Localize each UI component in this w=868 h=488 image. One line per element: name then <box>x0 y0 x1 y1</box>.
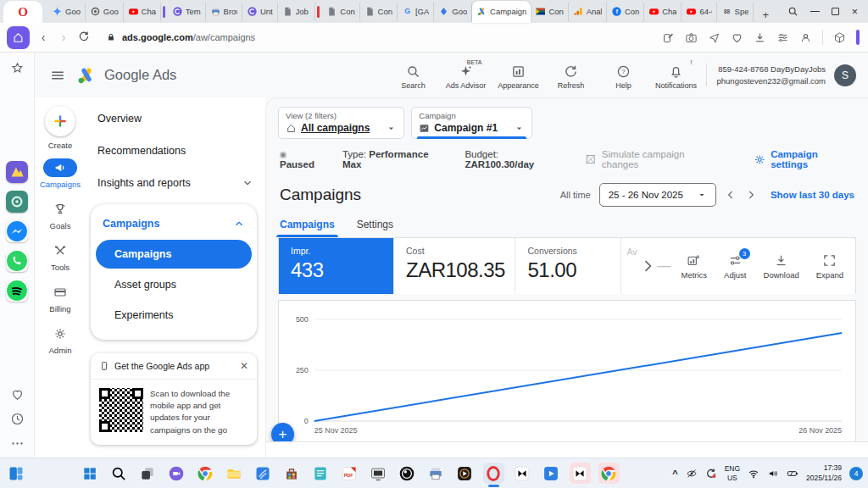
date-range-picker[interactable]: 25 - 26 Nov 2025 <box>599 183 716 207</box>
more-dots-icon[interactable] <box>10 436 25 451</box>
easy-setup-icon[interactable] <box>776 31 789 44</box>
subnav-experiments[interactable]: Experiments <box>96 301 252 330</box>
close-button[interactable]: × <box>851 6 858 17</box>
extension-cube-icon[interactable] <box>833 31 846 44</box>
notification-count-badge[interactable]: 4 <box>849 467 863 480</box>
hamburger-menu-icon[interactable] <box>50 68 65 83</box>
subnav-recommendations[interactable]: Recommendations <box>86 135 265 167</box>
tab-analytics[interactable]: Analy <box>569 3 607 21</box>
tab-google-gemini[interactable]: Goog <box>47 3 86 21</box>
tab-google-2[interactable]: Goog <box>434 3 472 21</box>
table-columns-icon[interactable] <box>519 446 530 458</box>
new-tab-button[interactable]: + <box>757 6 774 23</box>
taskbar-search[interactable] <box>108 463 130 484</box>
tab-campaign[interactable]: Campaign <box>472 1 531 23</box>
campaign-settings-button[interactable]: Campaign settings <box>754 149 854 169</box>
taskbar-task-view[interactable] <box>137 463 159 484</box>
next-range-chevron[interactable] <box>745 189 757 201</box>
sidebar-whatsapp[interactable] <box>6 250 28 272</box>
taskbar-app-blue[interactable] <box>253 463 274 484</box>
tab-conn-3[interactable]: Conn <box>531 3 568 21</box>
scorecard-cost[interactable]: Cost ZAR108.35 <box>394 238 515 294</box>
speed-dial-icon[interactable] <box>10 61 25 75</box>
content-tab-settings[interactable]: Settings <box>357 219 393 237</box>
avatar[interactable]: S <box>834 64 856 86</box>
promo-close-icon[interactable]: ✕ <box>240 360 248 372</box>
snapshot-icon[interactable] <box>685 31 698 44</box>
taskbar-movies[interactable] <box>541 463 562 484</box>
taskbar-capcut-2[interactable] <box>570 463 591 484</box>
scorecard-conversions[interactable]: Conversions 51.00 <box>515 238 621 294</box>
header-refresh[interactable]: Refresh <box>547 61 596 90</box>
metrics-button[interactable]: Metrics <box>681 253 707 280</box>
subnav-overview[interactable]: Overview <box>86 103 265 135</box>
tab-job-l[interactable]: Job L <box>278 3 316 21</box>
tab-untitled[interactable]: Untit <box>242 3 278 21</box>
taskbar-widgets[interactable] <box>5 463 26 484</box>
show-last-30-link[interactable]: Show last 30 days <box>771 190 854 200</box>
nav-campaigns[interactable]: Campaigns <box>40 158 81 189</box>
campaigns-group-header[interactable]: Campaigns <box>91 209 257 238</box>
taskbar-chrome[interactable] <box>195 463 216 484</box>
taskbar-clock[interactable]: 17:39 2025/11/26 <box>806 463 842 482</box>
taskbar-tv[interactable] <box>368 463 389 484</box>
scorecard-overflow[interactable]: Av — <box>621 238 681 294</box>
tab-ga4[interactable]: G [GA4 <box>398 3 434 21</box>
subnav-campaigns[interactable]: Campaigns <box>96 240 252 269</box>
header-appearance[interactable]: Appearance <box>494 61 543 90</box>
wifi-icon[interactable] <box>748 468 760 480</box>
edit-page-icon[interactable] <box>662 31 675 44</box>
table-more-icon[interactable] <box>692 446 703 458</box>
taskbar-chat[interactable] <box>166 463 187 484</box>
volume-icon[interactable] <box>767 468 779 480</box>
campaign-filter-dropdown[interactable]: Campaign Campaign #1 <box>411 107 532 139</box>
opera-menu-button[interactable]: O <box>3 1 42 23</box>
scorecard-impressions[interactable]: Impr. 433 <box>279 238 394 294</box>
table-expand-icon[interactable] <box>648 446 659 458</box>
nav-billing[interactable]: Billing <box>43 283 77 313</box>
opera-home-button[interactable] <box>7 26 30 49</box>
header-search[interactable]: Search <box>389 61 438 90</box>
nav-admin[interactable]: Admin <box>43 324 77 355</box>
hidden-icons-icon[interactable] <box>686 468 698 480</box>
tab-channel[interactable]: Chan <box>124 3 161 21</box>
content-tab-campaigns[interactable]: Campaigns <box>280 219 335 237</box>
subnav-asset-groups[interactable]: Asset groups <box>96 270 252 299</box>
sidebar-spotify[interactable] <box>6 280 28 302</box>
create-button[interactable] <box>45 106 75 136</box>
expand-button[interactable]: Expand <box>816 253 843 280</box>
sidebar-app-2[interactable] <box>6 191 28 213</box>
send-icon[interactable] <box>708 31 721 44</box>
view-filter-dropdown[interactable]: View (2 filters) All campaigns <box>278 107 404 139</box>
minimize-button[interactable] <box>810 11 820 12</box>
download-icon[interactable] <box>754 31 766 44</box>
maximize-button[interactable] <box>832 8 839 15</box>
likes-heart-icon[interactable] <box>10 387 25 402</box>
taskbar-media-player[interactable] <box>454 463 476 484</box>
tab-template[interactable]: Temp <box>168 3 206 21</box>
nav-tools[interactable]: Tools <box>43 241 77 272</box>
language-switcher[interactable]: ENG US <box>725 464 740 481</box>
table-download-icon[interactable] <box>605 446 616 458</box>
taskbar-start[interactable] <box>80 463 101 484</box>
tab-conn-4[interactable]: f Conn <box>607 3 644 21</box>
tab-64-0[interactable]: 64-0 <box>682 3 716 21</box>
taskbar-capcut[interactable] <box>512 463 533 484</box>
battery-icon[interactable] <box>787 468 798 480</box>
taskbar-printer[interactable] <box>426 463 447 484</box>
tab-channel-2[interactable]: Chan <box>644 3 682 21</box>
tab-browse[interactable]: Brow <box>206 3 242 21</box>
subnav-insights[interactable]: Insights and reports <box>86 167 265 199</box>
header-help[interactable]: ? Help <box>599 61 648 90</box>
tab-conn-2[interactable]: Conn <box>360 3 398 21</box>
sync-icon[interactable] <box>705 468 717 480</box>
sidebar-app-1[interactable] <box>6 161 28 183</box>
tab-speed[interactable]: 88 Spee <box>717 3 754 21</box>
google-ads-logo[interactable]: Google Ads <box>75 64 176 86</box>
table-filter-icon[interactable] <box>476 446 487 458</box>
bookmark-heart-icon[interactable] <box>731 31 743 44</box>
taskbar-pdf[interactable]: PDF <box>339 463 360 484</box>
adjust-button[interactable]: 3 Adjust <box>724 253 746 280</box>
taskbar-chrome-2[interactable] <box>598 463 620 484</box>
tab-google[interactable]: Goog <box>86 3 124 21</box>
